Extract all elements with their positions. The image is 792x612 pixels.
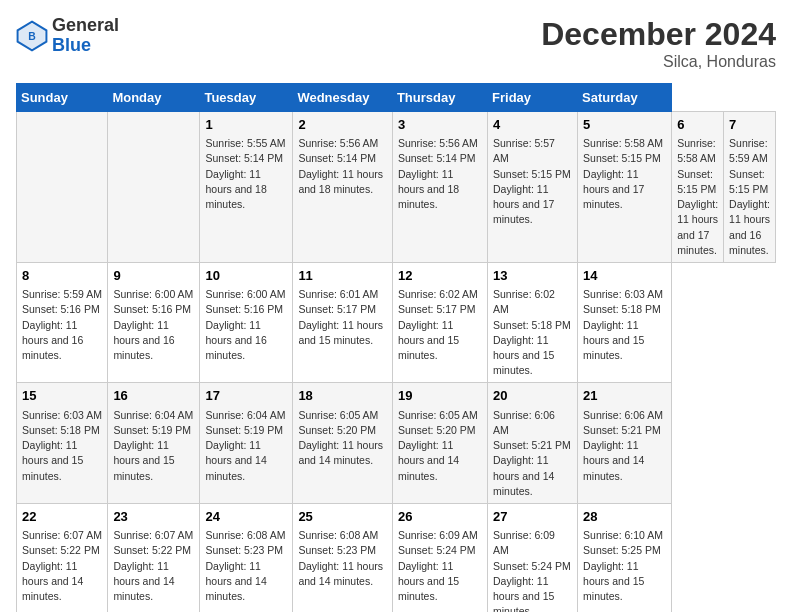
day-info: Sunrise: 5:58 AM Sunset: 5:15 PM Dayligh… bbox=[677, 136, 718, 258]
day-info: Sunrise: 5:56 AM Sunset: 5:14 PM Dayligh… bbox=[298, 136, 387, 197]
calendar-cell: 7 Sunrise: 5:59 AM Sunset: 5:15 PM Dayli… bbox=[724, 112, 776, 263]
calendar-cell: 11 Sunrise: 6:01 AM Sunset: 5:17 PM Dayl… bbox=[293, 262, 393, 383]
calendar-week-row: 8 Sunrise: 5:59 AM Sunset: 5:16 PM Dayli… bbox=[17, 262, 776, 383]
day-info: Sunrise: 5:57 AM Sunset: 5:15 PM Dayligh… bbox=[493, 136, 572, 227]
day-info: Sunrise: 6:04 AM Sunset: 5:19 PM Dayligh… bbox=[113, 408, 194, 484]
day-number: 13 bbox=[493, 267, 572, 285]
day-number: 24 bbox=[205, 508, 287, 526]
day-number: 10 bbox=[205, 267, 287, 285]
calendar-header-row: SundayMondayTuesdayWednesdayThursdayFrid… bbox=[17, 84, 776, 112]
day-number: 3 bbox=[398, 116, 482, 134]
calendar-cell: 9 Sunrise: 6:00 AM Sunset: 5:16 PM Dayli… bbox=[108, 262, 200, 383]
day-info: Sunrise: 6:02 AM Sunset: 5:17 PM Dayligh… bbox=[398, 287, 482, 363]
calendar-week-row: 15 Sunrise: 6:03 AM Sunset: 5:18 PM Dayl… bbox=[17, 383, 776, 504]
day-number: 2 bbox=[298, 116, 387, 134]
day-info: Sunrise: 6:08 AM Sunset: 5:23 PM Dayligh… bbox=[298, 528, 387, 589]
day-number: 19 bbox=[398, 387, 482, 405]
day-number: 17 bbox=[205, 387, 287, 405]
day-number: 28 bbox=[583, 508, 666, 526]
day-info: Sunrise: 5:55 AM Sunset: 5:14 PM Dayligh… bbox=[205, 136, 287, 212]
day-number: 9 bbox=[113, 267, 194, 285]
day-number: 26 bbox=[398, 508, 482, 526]
day-number: 18 bbox=[298, 387, 387, 405]
day-info: Sunrise: 6:08 AM Sunset: 5:23 PM Dayligh… bbox=[205, 528, 287, 604]
page-header: B General Blue December 2024 Silca, Hond… bbox=[16, 16, 776, 71]
calendar-cell bbox=[108, 112, 200, 263]
day-info: Sunrise: 6:00 AM Sunset: 5:16 PM Dayligh… bbox=[205, 287, 287, 363]
calendar-cell: 12 Sunrise: 6:02 AM Sunset: 5:17 PM Dayl… bbox=[392, 262, 487, 383]
calendar-cell: 15 Sunrise: 6:03 AM Sunset: 5:18 PM Dayl… bbox=[17, 383, 108, 504]
logo-general: General bbox=[52, 16, 119, 36]
day-info: Sunrise: 6:05 AM Sunset: 5:20 PM Dayligh… bbox=[398, 408, 482, 484]
day-number: 11 bbox=[298, 267, 387, 285]
calendar-cell: 5 Sunrise: 5:58 AM Sunset: 5:15 PM Dayli… bbox=[578, 112, 672, 263]
day-info: Sunrise: 6:04 AM Sunset: 5:19 PM Dayligh… bbox=[205, 408, 287, 484]
day-number: 27 bbox=[493, 508, 572, 526]
day-of-week-header: Monday bbox=[108, 84, 200, 112]
calendar-cell: 20 Sunrise: 6:06 AM Sunset: 5:21 PM Dayl… bbox=[488, 383, 578, 504]
calendar-cell: 25 Sunrise: 6:08 AM Sunset: 5:23 PM Dayl… bbox=[293, 503, 393, 612]
calendar-cell: 8 Sunrise: 5:59 AM Sunset: 5:16 PM Dayli… bbox=[17, 262, 108, 383]
day-number: 23 bbox=[113, 508, 194, 526]
calendar-cell: 17 Sunrise: 6:04 AM Sunset: 5:19 PM Dayl… bbox=[200, 383, 293, 504]
calendar-cell: 6 Sunrise: 5:58 AM Sunset: 5:15 PM Dayli… bbox=[672, 112, 724, 263]
calendar-cell: 4 Sunrise: 5:57 AM Sunset: 5:15 PM Dayli… bbox=[488, 112, 578, 263]
day-info: Sunrise: 6:02 AM Sunset: 5:18 PM Dayligh… bbox=[493, 287, 572, 378]
calendar-cell: 28 Sunrise: 6:10 AM Sunset: 5:25 PM Dayl… bbox=[578, 503, 672, 612]
day-info: Sunrise: 6:01 AM Sunset: 5:17 PM Dayligh… bbox=[298, 287, 387, 348]
calendar-cell: 10 Sunrise: 6:00 AM Sunset: 5:16 PM Dayl… bbox=[200, 262, 293, 383]
day-info: Sunrise: 6:03 AM Sunset: 5:18 PM Dayligh… bbox=[583, 287, 666, 363]
location: Silca, Honduras bbox=[541, 53, 776, 71]
day-info: Sunrise: 6:06 AM Sunset: 5:21 PM Dayligh… bbox=[583, 408, 666, 484]
logo-blue: Blue bbox=[52, 36, 119, 56]
day-number: 1 bbox=[205, 116, 287, 134]
day-number: 14 bbox=[583, 267, 666, 285]
day-number: 20 bbox=[493, 387, 572, 405]
day-number: 15 bbox=[22, 387, 102, 405]
day-info: Sunrise: 5:59 AM Sunset: 5:16 PM Dayligh… bbox=[22, 287, 102, 363]
month-year: December 2024 bbox=[541, 16, 776, 53]
calendar-cell: 3 Sunrise: 5:56 AM Sunset: 5:14 PM Dayli… bbox=[392, 112, 487, 263]
day-number: 6 bbox=[677, 116, 718, 134]
day-number: 16 bbox=[113, 387, 194, 405]
calendar-cell: 2 Sunrise: 5:56 AM Sunset: 5:14 PM Dayli… bbox=[293, 112, 393, 263]
day-of-week-header: Sunday bbox=[17, 84, 108, 112]
title-block: December 2024 Silca, Honduras bbox=[541, 16, 776, 71]
day-info: Sunrise: 6:06 AM Sunset: 5:21 PM Dayligh… bbox=[493, 408, 572, 499]
day-of-week-header: Thursday bbox=[392, 84, 487, 112]
calendar-cell: 18 Sunrise: 6:05 AM Sunset: 5:20 PM Dayl… bbox=[293, 383, 393, 504]
day-of-week-header: Saturday bbox=[578, 84, 672, 112]
day-info: Sunrise: 6:09 AM Sunset: 5:24 PM Dayligh… bbox=[398, 528, 482, 604]
calendar-cell: 14 Sunrise: 6:03 AM Sunset: 5:18 PM Dayl… bbox=[578, 262, 672, 383]
day-of-week-header: Tuesday bbox=[200, 84, 293, 112]
day-number: 12 bbox=[398, 267, 482, 285]
day-number: 25 bbox=[298, 508, 387, 526]
day-info: Sunrise: 6:09 AM Sunset: 5:24 PM Dayligh… bbox=[493, 528, 572, 612]
day-number: 7 bbox=[729, 116, 770, 134]
calendar-table: SundayMondayTuesdayWednesdayThursdayFrid… bbox=[16, 83, 776, 612]
day-info: Sunrise: 6:05 AM Sunset: 5:20 PM Dayligh… bbox=[298, 408, 387, 469]
calendar-week-row: 1 Sunrise: 5:55 AM Sunset: 5:14 PM Dayli… bbox=[17, 112, 776, 263]
day-info: Sunrise: 5:56 AM Sunset: 5:14 PM Dayligh… bbox=[398, 136, 482, 212]
day-number: 8 bbox=[22, 267, 102, 285]
logo-icon: B bbox=[16, 20, 48, 52]
calendar-week-row: 22 Sunrise: 6:07 AM Sunset: 5:22 PM Dayl… bbox=[17, 503, 776, 612]
day-info: Sunrise: 5:58 AM Sunset: 5:15 PM Dayligh… bbox=[583, 136, 666, 212]
calendar-cell: 27 Sunrise: 6:09 AM Sunset: 5:24 PM Dayl… bbox=[488, 503, 578, 612]
day-number: 21 bbox=[583, 387, 666, 405]
calendar-cell: 13 Sunrise: 6:02 AM Sunset: 5:18 PM Dayl… bbox=[488, 262, 578, 383]
logo: B General Blue bbox=[16, 16, 119, 56]
calendar-cell: 23 Sunrise: 6:07 AM Sunset: 5:22 PM Dayl… bbox=[108, 503, 200, 612]
calendar-cell: 21 Sunrise: 6:06 AM Sunset: 5:21 PM Dayl… bbox=[578, 383, 672, 504]
svg-text:B: B bbox=[28, 31, 36, 42]
day-of-week-header: Friday bbox=[488, 84, 578, 112]
day-number: 22 bbox=[22, 508, 102, 526]
calendar-cell: 26 Sunrise: 6:09 AM Sunset: 5:24 PM Dayl… bbox=[392, 503, 487, 612]
day-info: Sunrise: 5:59 AM Sunset: 5:15 PM Dayligh… bbox=[729, 136, 770, 258]
calendar-cell bbox=[17, 112, 108, 263]
day-of-week-header: Wednesday bbox=[293, 84, 393, 112]
day-number: 5 bbox=[583, 116, 666, 134]
calendar-cell: 19 Sunrise: 6:05 AM Sunset: 5:20 PM Dayl… bbox=[392, 383, 487, 504]
calendar-cell: 24 Sunrise: 6:08 AM Sunset: 5:23 PM Dayl… bbox=[200, 503, 293, 612]
calendar-cell: 22 Sunrise: 6:07 AM Sunset: 5:22 PM Dayl… bbox=[17, 503, 108, 612]
